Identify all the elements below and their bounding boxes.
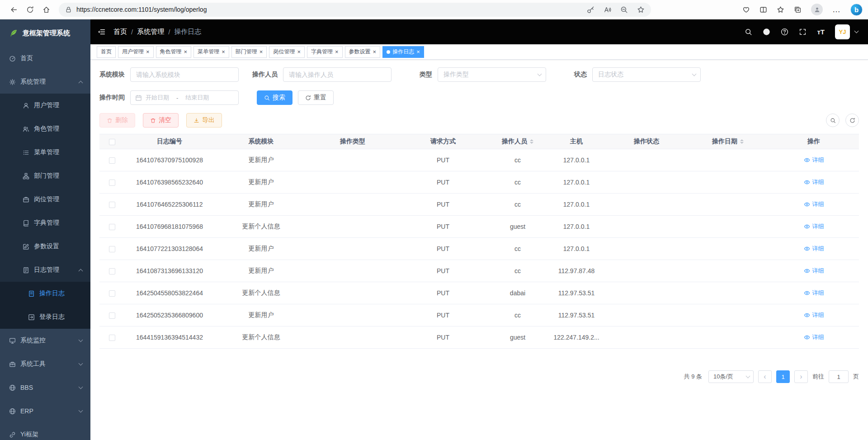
sidebar-item-role-mgmt[interactable]: 角色管理 <box>0 117 90 141</box>
close-icon[interactable]: × <box>335 49 339 55</box>
row-checkbox[interactable] <box>109 180 115 186</box>
close-icon[interactable]: × <box>416 49 420 55</box>
close-icon[interactable]: × <box>373 49 377 55</box>
close-icon[interactable]: × <box>146 49 150 55</box>
sidebar-item-post-mgmt[interactable]: 岗位管理 <box>0 188 90 211</box>
sidebar-item-oper-log[interactable]: 操作日志 <box>0 282 90 305</box>
password-key-icon[interactable] <box>587 6 594 14</box>
delete-button[interactable]: 删除 <box>99 113 135 128</box>
font-size-icon[interactable]: тT <box>817 28 825 36</box>
close-icon[interactable]: × <box>259 49 263 55</box>
row-checkbox[interactable] <box>109 224 115 230</box>
search-button[interactable]: 搜索 <box>257 90 292 105</box>
module-input[interactable] <box>130 67 239 82</box>
refresh-table-button[interactable] <box>845 114 859 127</box>
sidebar-item-erp[interactable]: ERP <box>0 399 90 423</box>
sort-carets-icon[interactable] <box>740 137 744 146</box>
address-bar[interactable]: https://ccnetcore.com:1101/system/log/op… <box>59 3 651 17</box>
header-search-button[interactable] <box>745 28 752 36</box>
detail-link[interactable]: 详细 <box>804 222 824 231</box>
sidebar-item-login-log[interactable]: 登录日志 <box>0 305 90 329</box>
select-all-checkbox[interactable] <box>109 139 115 145</box>
tab-dict-mgmt[interactable]: 字典管理 × <box>307 46 343 58</box>
detail-link[interactable]: 详细 <box>804 156 824 164</box>
tab-home[interactable]: 首页 <box>97 46 116 58</box>
detail-link[interactable]: 详细 <box>804 289 824 297</box>
col-date[interactable]: 操作日期 <box>687 134 769 149</box>
zoom-out-icon[interactable] <box>620 6 628 14</box>
breadcrumb-system-mgmt[interactable]: 系统管理 <box>137 28 164 36</box>
detail-link[interactable]: 详细 <box>804 311 824 319</box>
sidebar-item-log-mgmt[interactable]: 日志管理 <box>0 258 90 282</box>
toggle-search-button[interactable] <box>826 114 840 127</box>
goto-page-input[interactable] <box>829 370 849 383</box>
row-checkbox[interactable] <box>109 157 115 164</box>
tab-role-mgmt[interactable]: 角色管理 × <box>156 46 192 58</box>
operator-input[interactable] <box>283 67 392 82</box>
sidebar-item-bbs[interactable]: BBS <box>0 376 90 399</box>
user-avatar[interactable]: YJ <box>835 24 850 39</box>
date-range-input[interactable]: 开始日期 - 结束日期 <box>130 90 239 105</box>
tab-oper-log[interactable]: 操作日志 × <box>382 46 424 58</box>
tab-post-mgmt[interactable]: 岗位管理 × <box>269 46 305 58</box>
prev-page-button[interactable]: ‹ <box>758 370 772 383</box>
split-screen-icon[interactable] <box>760 6 767 14</box>
sort-carets-icon[interactable] <box>530 137 533 146</box>
sidebar-item-system-mgmt[interactable]: 系统管理 <box>0 70 90 94</box>
sidebar-item-user-mgmt[interactable]: 用户管理 <box>0 94 90 117</box>
app-logo[interactable]: 意框架管理系统 <box>0 19 90 47</box>
tab-param-settings[interactable]: 参数设置 × <box>345 46 381 58</box>
row-checkbox[interactable] <box>109 312 115 319</box>
sidebar-item-dict-mgmt[interactable]: 字典管理 <box>0 211 90 235</box>
browser-refresh-button[interactable] <box>22 2 38 17</box>
sidebar-item-system-monitor[interactable]: 系统监控 <box>0 329 90 352</box>
row-checkbox[interactable] <box>109 290 115 297</box>
row-checkbox[interactable] <box>109 246 115 252</box>
detail-link[interactable]: 详细 <box>804 200 824 208</box>
type-select[interactable]: 操作类型 <box>438 67 546 82</box>
browser-home-button[interactable] <box>38 2 54 17</box>
profile-avatar[interactable] <box>811 4 823 15</box>
clear-button[interactable]: 清空 <box>143 113 179 128</box>
sidebar-item-system-tools[interactable]: 系统工具 <box>0 352 90 376</box>
favorite-add-icon[interactable] <box>637 6 645 14</box>
col-operator[interactable]: 操作人员 <box>488 134 547 149</box>
tab-user-mgmt[interactable]: 用户管理 × <box>118 46 154 58</box>
reset-button[interactable]: 重置 <box>298 90 334 105</box>
detail-link[interactable]: 详细 <box>804 267 824 275</box>
close-icon[interactable]: × <box>222 49 225 55</box>
fullscreen-button[interactable] <box>799 28 807 36</box>
detail-link[interactable]: 详细 <box>804 245 824 253</box>
tab-dept-mgmt[interactable]: 部门管理 × <box>231 46 267 58</box>
user-menu-caret-icon[interactable] <box>854 29 859 33</box>
favorites-icon[interactable] <box>777 6 784 14</box>
sidebar-item-menu-mgmt[interactable]: 菜单管理 <box>0 141 90 164</box>
read-aloud-icon[interactable] <box>604 6 611 14</box>
row-checkbox[interactable] <box>109 268 115 274</box>
close-icon[interactable]: × <box>184 49 188 55</box>
export-button[interactable]: 导出 <box>186 113 222 128</box>
row-checkbox[interactable] <box>109 202 115 208</box>
sidebar-item-yi-framework[interactable]: Yi框架 <box>0 423 90 440</box>
bing-icon[interactable]: b <box>850 4 863 16</box>
collapse-sidebar-button[interactable] <box>98 28 105 36</box>
tab-menu-mgmt[interactable]: 菜单管理 × <box>193 46 229 58</box>
status-select[interactable]: 日志状态 <box>592 67 701 82</box>
browser-menu-icon[interactable]: … <box>832 5 841 14</box>
detail-link[interactable]: 详细 <box>804 333 824 341</box>
sidebar-item-home[interactable]: 首页 <box>0 47 90 70</box>
browser-back-button[interactable] <box>5 2 22 17</box>
breadcrumb-home[interactable]: 首页 <box>113 28 127 36</box>
sidebar-item-dept-mgmt[interactable]: 部门管理 <box>0 164 90 188</box>
page-number-1[interactable]: 1 <box>776 370 790 383</box>
page-size-select[interactable]: 10条/页 <box>708 370 754 383</box>
next-page-button[interactable]: › <box>794 370 808 383</box>
collections-icon[interactable] <box>794 6 802 14</box>
github-link-button[interactable] <box>763 28 770 36</box>
row-checkbox[interactable] <box>109 335 115 341</box>
browser-essentials-icon[interactable] <box>742 6 750 14</box>
close-icon[interactable]: × <box>297 49 301 55</box>
detail-link[interactable]: 详细 <box>804 178 824 186</box>
sidebar-item-param-settings[interactable]: 参数设置 <box>0 235 90 258</box>
help-button[interactable] <box>781 28 788 36</box>
